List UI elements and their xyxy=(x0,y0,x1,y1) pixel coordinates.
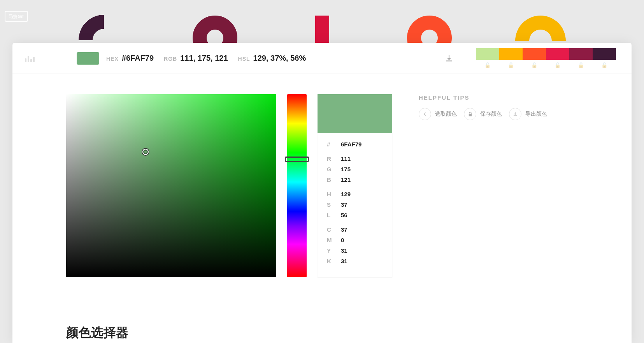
stats-icon[interactable] xyxy=(25,55,35,62)
watermark-badge: 迅捷Gif xyxy=(5,11,28,22)
download-icon[interactable] xyxy=(445,54,453,63)
color-codes: HEX #6FAF79 RGB 111, 175, 121 HSL 129, 3… xyxy=(106,54,313,63)
helpful-tips: HELPFUL TIPS 选取颜色 保存颜色 xyxy=(419,94,547,277)
picker-content: #6FAF79 R111 G175 B121 H129 S37 L56 C37 … xyxy=(12,74,632,277)
b-value[interactable]: 121 xyxy=(341,176,351,183)
hex-field[interactable]: 6FAF79 xyxy=(341,141,361,148)
lock-icon xyxy=(464,108,476,120)
palette-swatch-4[interactable] xyxy=(546,48,569,60)
r-value[interactable]: 111 xyxy=(341,155,351,162)
k-value[interactable]: 31 xyxy=(341,258,347,264)
palette-container: 🔓 🔓 🔓 🔓 🔓 🔓 xyxy=(476,48,616,68)
saturation-lightness-picker[interactable] xyxy=(66,94,276,277)
b-label: B xyxy=(327,176,333,183)
r-label: R xyxy=(327,155,333,162)
hue-slider-handle[interactable] xyxy=(285,157,309,162)
tips-title: HELPFUL TIPS xyxy=(419,94,547,101)
hex-value[interactable]: #6FAF79 xyxy=(122,54,154,63)
palette-swatch-6[interactable] xyxy=(593,48,616,60)
unlock-icon[interactable]: 🔓 xyxy=(476,62,499,68)
palette-swatch-1[interactable] xyxy=(476,48,499,60)
h-value[interactable]: 129 xyxy=(341,191,351,197)
g-value[interactable]: 175 xyxy=(341,166,351,172)
color-preview xyxy=(318,94,392,133)
tip-pick-color[interactable]: 选取颜色 xyxy=(419,108,457,120)
palette-swatch-2[interactable] xyxy=(499,48,523,60)
unlock-icon[interactable]: 🔓 xyxy=(593,62,616,68)
y-value[interactable]: 31 xyxy=(341,247,347,254)
m-value[interactable]: 0 xyxy=(341,237,344,243)
unlock-icon[interactable]: 🔓 xyxy=(499,62,523,68)
m-label: M xyxy=(327,237,333,243)
k-label: K xyxy=(327,258,333,264)
hsl-label: HSL xyxy=(238,56,250,62)
tip-save-color[interactable]: 保存颜色 xyxy=(464,108,502,120)
arrow-left-icon xyxy=(419,108,431,120)
color-topbar: HEX #6FAF79 RGB 111, 175, 121 HSL 129, 3… xyxy=(12,43,632,74)
hsl-value[interactable]: 129, 37%, 56% xyxy=(253,54,306,63)
color-palette[interactable] xyxy=(476,48,616,60)
palette-locks: 🔓 🔓 🔓 🔓 🔓 🔓 xyxy=(476,62,616,68)
c-label: C xyxy=(327,226,333,233)
unlock-icon[interactable]: 🔓 xyxy=(546,62,569,68)
tip-export-color[interactable]: 导出颜色 xyxy=(509,108,547,120)
download-icon xyxy=(509,108,521,120)
color-details-card: #6FAF79 R111 G175 B121 H129 S37 L56 C37 … xyxy=(318,94,392,277)
h-label: H xyxy=(327,191,333,197)
palette-swatch-3[interactable] xyxy=(523,48,546,60)
tip-pick-label: 选取颜色 xyxy=(435,111,457,118)
rgb-value[interactable]: 111, 175, 121 xyxy=(180,54,228,63)
c-value[interactable]: 37 xyxy=(341,226,347,233)
unlock-icon[interactable]: 🔓 xyxy=(523,62,546,68)
tip-save-label: 保存颜色 xyxy=(480,111,502,118)
s-label: S xyxy=(327,201,333,208)
s-value[interactable]: 37 xyxy=(341,201,347,208)
g-label: G xyxy=(327,166,333,172)
y-label: Y xyxy=(327,247,333,254)
rgb-label: RGB xyxy=(164,56,177,62)
unlock-icon[interactable]: 🔓 xyxy=(569,62,593,68)
hue-slider[interactable] xyxy=(287,94,307,277)
l-label: L xyxy=(327,212,333,218)
picker-cursor[interactable] xyxy=(142,149,149,155)
page-heading: 颜色选择器 xyxy=(66,324,128,341)
palette-swatch-5[interactable] xyxy=(569,48,593,60)
main-panel: HEX #6FAF79 RGB 111, 175, 121 HSL 129, 3… xyxy=(12,43,632,343)
hash-label: # xyxy=(327,141,333,148)
l-value[interactable]: 56 xyxy=(341,212,347,218)
current-color-swatch[interactable] xyxy=(77,52,99,65)
hex-label: HEX xyxy=(106,56,119,62)
tip-export-label: 导出颜色 xyxy=(525,111,547,118)
